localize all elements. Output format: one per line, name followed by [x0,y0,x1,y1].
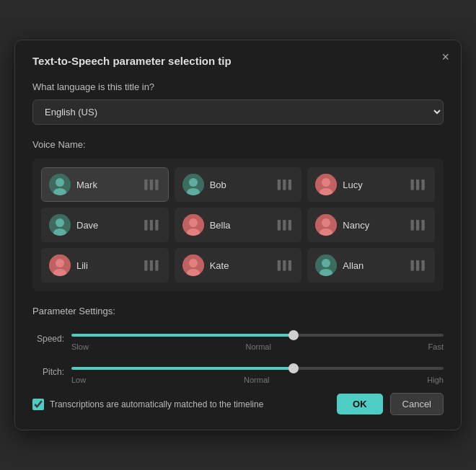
wave-icon-kate: ▌▌▌ [278,260,294,270]
close-button[interactable]: × [441,50,449,63]
wave-icon-bob: ▌▌▌ [278,179,294,190]
voice-name-allan: Allan [343,260,405,271]
avatar-dave [49,214,71,236]
speed-max-label: Fast [428,342,444,351]
transcription-checkbox-label[interactable]: Transcriptions are automatically matched… [32,399,330,410]
voice-name-lili: Lili [76,260,138,271]
pitch-labels: Low Normal High [71,376,444,384]
avatar-lili [49,254,71,276]
voice-card-nancy[interactable]: Nancy ▌▌▌ [307,208,435,242]
svg-point-22 [189,259,198,267]
transcription-text: Transcriptions are automatically matched… [50,399,263,409]
speed-min-label: Slow [71,342,89,351]
svg-point-4 [189,178,198,187]
wave-icon-nancy: ▌▌▌ [410,220,427,230]
pitch-slider-container: Low Normal High [71,360,444,384]
svg-point-19 [56,259,64,267]
svg-point-7 [322,178,330,187]
bottom-bar: Transcriptions are automatically matched… [32,393,444,415]
pitch-slider[interactable] [71,367,444,370]
wave-icon-lucy: ▌▌▌ [410,179,427,190]
wave-icon-dave: ▌▌▌ [144,220,161,230]
voice-card-mark[interactable]: Mark ▌▌▌ [41,167,169,202]
svg-point-10 [56,218,64,227]
wave-icon-bella: ▌▌▌ [278,220,294,230]
voice-card-allan[interactable]: Allan ▌▌▌ [307,248,435,283]
voice-card-kate[interactable]: Kate ▌▌▌ [175,248,302,283]
voice-card-lili[interactable]: Lili ▌▌▌ [41,248,169,283]
svg-point-16 [322,218,330,227]
cancel-button[interactable]: Cancel [390,393,444,415]
speed-slider-container: Slow Normal Fast [71,327,444,351]
avatar-nancy [315,214,337,236]
speed-label: Speed: [32,334,64,344]
voice-card-dave[interactable]: Dave ▌▌▌ [41,208,169,242]
voice-name-bella: Bella [210,220,272,231]
speed-mid-label: Normal [245,342,270,351]
avatar-allan [315,254,337,276]
pitch-row: Pitch: Low Normal High [32,360,444,384]
svg-point-13 [189,218,198,227]
voice-name-label: Voice Name: [32,139,444,150]
voice-name-dave: Dave [76,220,138,231]
avatar-bob [182,174,204,195]
voice-name-mark: Mark [76,179,138,190]
avatar-kate [182,254,204,276]
voice-name-kate: Kate [210,260,272,271]
wave-icon-lili: ▌▌▌ [144,260,161,270]
language-question: What language is this title in? [32,81,444,92]
dialog-title: Text-to-Speech parameter selection tip [32,55,444,67]
pitch-max-label: High [427,376,444,384]
voice-name-bob: Bob [210,179,272,190]
transcription-checkbox[interactable] [32,399,44,410]
pitch-min-label: Low [71,376,86,384]
svg-point-1 [56,178,64,187]
wave-icon-mark: ▌▌▌ [144,179,161,190]
voice-grid: Mark ▌▌▌ Bob ▌▌▌ Lucy ▌▌▌ Dave ▌▌▌ [32,159,444,291]
speed-row: Speed: Slow Normal Fast [32,327,444,351]
voice-name-lucy: Lucy [343,179,405,190]
voice-card-bella[interactable]: Bella ▌▌▌ [175,208,302,242]
param-settings-label: Parameter Settings: [32,306,444,316]
ok-button[interactable]: OK [337,394,383,414]
avatar-mark [49,174,71,195]
dialog: Text-to-Speech parameter selection tip ×… [14,40,462,430]
avatar-bella [182,214,204,236]
svg-point-25 [322,259,330,267]
voice-card-lucy[interactable]: Lucy ▌▌▌ [307,167,435,202]
voice-name-nancy: Nancy [343,220,405,231]
pitch-label: Pitch: [32,367,64,377]
language-select[interactable]: English (US) English (UK) Spanish French… [32,99,444,125]
pitch-mid-label: Normal [244,376,269,384]
wave-icon-allan: ▌▌▌ [410,260,427,270]
speed-labels: Slow Normal Fast [71,342,444,351]
speed-slider[interactable] [71,334,444,337]
voice-card-bob[interactable]: Bob ▌▌▌ [175,167,302,202]
avatar-lucy [315,174,337,195]
